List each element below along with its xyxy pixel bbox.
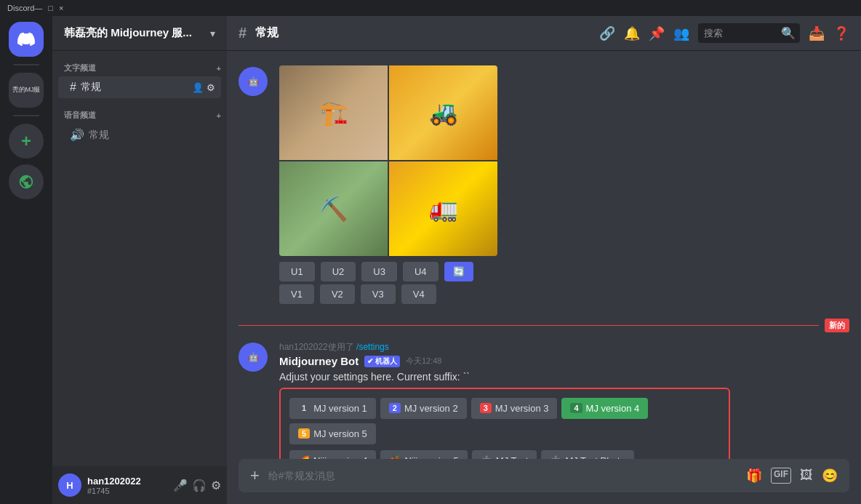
refresh-button[interactable]: 🔄 bbox=[444, 262, 473, 281]
mj-version-4-button[interactable]: 4 MJ version 4 bbox=[561, 398, 648, 419]
image-emoji-4: 🚛 bbox=[429, 195, 458, 223]
members-icon[interactable]: 👥 bbox=[673, 25, 689, 41]
mj-version-5-label: MJ version 5 bbox=[313, 428, 367, 439]
close-button[interactable]: × bbox=[59, 4, 63, 12]
mj-test-button[interactable]: 🤖 MJ Test bbox=[472, 450, 537, 459]
mj-version-2-button[interactable]: 2 MJ version 2 bbox=[380, 398, 467, 419]
channel-item-voice-general[interactable]: 🔊 常规 bbox=[58, 124, 221, 146]
user-avatar: H bbox=[58, 473, 81, 497]
message-input[interactable] bbox=[268, 470, 737, 481]
v1-button[interactable]: V1 bbox=[279, 284, 314, 304]
message-content-settings: han1202022使用了 /settings Midjourney Bot ✔… bbox=[279, 341, 849, 459]
server-icon-discord[interactable] bbox=[9, 22, 44, 57]
inbox-icon[interactable]: 📥 bbox=[809, 25, 825, 41]
emoji-icon[interactable]: 😊 bbox=[822, 468, 838, 484]
image-emoji-3: ⛏️ bbox=[319, 195, 348, 223]
search-icon: 🔍 bbox=[781, 26, 796, 40]
messages-area: 🤖 🏗️ 🚜 ⛏️ bbox=[227, 51, 861, 459]
channel-header-name: 常规 bbox=[255, 25, 279, 41]
category-text-channels[interactable]: 文字频道 + bbox=[52, 57, 227, 76]
hashtag-icon[interactable]: 🔗 bbox=[599, 25, 615, 41]
gift-icon[interactable]: 🎁 bbox=[746, 468, 762, 484]
mj-test-photo-button[interactable]: 🤖 MJ Test Photo bbox=[541, 450, 633, 459]
maximize-button[interactable]: □ bbox=[48, 4, 53, 12]
message-images: 🤖 🏗️ 🚜 ⛏️ bbox=[239, 63, 849, 310]
version-num-4: 4 bbox=[570, 403, 582, 413]
category-text-label: 文字频道 bbox=[64, 63, 96, 73]
image-quad-2: 🚜 bbox=[389, 65, 497, 160]
v2-button[interactable]: V2 bbox=[320, 284, 355, 304]
gif-icon[interactable]: GIF bbox=[771, 468, 791, 484]
server-icon-add[interactable]: + bbox=[9, 124, 44, 159]
new-message-divider: 新的 bbox=[239, 319, 849, 332]
settings-trigger: han1202022使用了 /settings bbox=[279, 341, 849, 353]
add-channel-icon[interactable]: + bbox=[217, 64, 221, 73]
search-input[interactable] bbox=[704, 28, 777, 39]
category-voice-actions: + bbox=[217, 111, 221, 120]
user-avatar-letter: H bbox=[66, 480, 73, 491]
mj-version-3-button[interactable]: 3 MJ version 3 bbox=[471, 398, 558, 419]
add-attachment-button[interactable]: + bbox=[250, 466, 260, 485]
mj-version-1-button[interactable]: 1 MJ version 1 bbox=[289, 398, 376, 419]
v4-button[interactable]: V4 bbox=[401, 284, 436, 304]
channel-header-hash: # bbox=[239, 25, 247, 41]
server-header[interactable]: 韩磊亮的 Midjourney 服... ▾ bbox=[52, 16, 227, 51]
new-divider-line bbox=[239, 325, 819, 326]
user-settings-icon[interactable]: ⚙ bbox=[211, 479, 221, 492]
speaker-icon: 🔊 bbox=[70, 128, 84, 142]
headphones-icon[interactable]: 🎧 bbox=[192, 479, 207, 492]
u1-button[interactable]: U1 bbox=[279, 262, 315, 281]
image-quad-4: 🚛 bbox=[389, 161, 497, 256]
user-area: H han1202022 #1745 🎤 🎧 ⚙ bbox=[52, 466, 227, 504]
server-icon-mj[interactable]: 秃的MJ服 bbox=[9, 73, 44, 108]
version-num-1: 1 bbox=[298, 403, 310, 413]
pin-icon[interactable]: 📌 bbox=[649, 25, 665, 41]
channel-name-text-general: 常规 bbox=[81, 81, 101, 94]
version-num-2: 2 bbox=[389, 403, 401, 413]
v3-button[interactable]: V3 bbox=[361, 284, 396, 304]
image-quad-1: 🏗️ bbox=[279, 65, 388, 160]
user-info: han1202022 #1745 bbox=[87, 476, 167, 495]
channel-item-actions: 👤 ⚙ bbox=[192, 82, 215, 93]
user-name: han1202022 bbox=[87, 476, 167, 487]
input-icons: 🎁 GIF 🖼 😊 bbox=[746, 468, 838, 484]
bot-author-name: Midjourney Bot bbox=[279, 355, 359, 367]
channel-list: 文字频道 + # 常规 👤 ⚙ 语音频道 + bbox=[52, 51, 227, 466]
help-icon[interactable]: ❓ bbox=[833, 25, 849, 41]
add-voice-icon[interactable]: + bbox=[217, 111, 221, 120]
search-bar[interactable]: 🔍 bbox=[698, 23, 800, 43]
mj-version-2-label: MJ version 2 bbox=[404, 403, 458, 414]
mj-version-3-label: MJ version 3 bbox=[495, 403, 549, 414]
u4-button[interactable]: U4 bbox=[403, 262, 438, 281]
channel-header: # 常规 🔗 🔔 📌 👥 🔍 📥 ❓ bbox=[227, 16, 861, 51]
invite-icon[interactable]: 👤 bbox=[192, 82, 204, 93]
mj-version-5-button[interactable]: 5 MJ version 5 bbox=[289, 423, 376, 444]
bot-avatar-settings: 🤖 bbox=[239, 343, 268, 372]
image-emoji-1: 🏗️ bbox=[319, 99, 348, 127]
bot-avatar-images: 🤖 bbox=[239, 67, 268, 96]
message-input-area: + 🎁 GIF 🖼 😊 bbox=[227, 459, 861, 504]
image-quad-3: ⛏️ bbox=[279, 161, 388, 256]
bell-icon[interactable]: 🔔 bbox=[624, 25, 640, 41]
channel-sidebar: 韩磊亮的 Midjourney 服... ▾ 文字频道 + # 常规 👤 ⚙ bbox=[52, 16, 227, 504]
app-layout: 秃的MJ服 + 韩磊亮的 Midjourney 服... ▾ 文字频道 + # … bbox=[0, 16, 861, 504]
minimize-button[interactable]: — bbox=[34, 4, 42, 12]
settings-panel: 1 MJ version 1 2 MJ version 2 3 MJ versi… bbox=[279, 388, 730, 459]
settings-icon[interactable]: ⚙ bbox=[207, 82, 215, 93]
message-settings: 🤖 han1202022使用了 /settings Midjourney Bot… bbox=[239, 338, 849, 459]
microphone-icon[interactable]: 🎤 bbox=[173, 479, 188, 492]
chevron-down-icon: ▾ bbox=[210, 28, 215, 39]
u2-button[interactable]: U2 bbox=[321, 262, 356, 281]
niji-version-4-button[interactable]: 🌈 Niji version 4 bbox=[289, 450, 376, 459]
category-voice-label: 语音频道 bbox=[64, 110, 96, 121]
category-text-actions: + bbox=[217, 64, 221, 73]
niji-version-5-button[interactable]: 🍎 Niji version 5 bbox=[380, 450, 467, 459]
mj-version-1-label: MJ version 1 bbox=[313, 403, 367, 414]
channel-item-text-general[interactable]: # 常规 👤 ⚙ bbox=[58, 76, 221, 98]
version-num-5: 5 bbox=[298, 428, 310, 439]
category-voice-channels[interactable]: 语音频道 + bbox=[52, 104, 227, 124]
new-badge: 新的 bbox=[825, 319, 849, 332]
u3-button[interactable]: U3 bbox=[361, 262, 397, 281]
sticker-icon[interactable]: 🖼 bbox=[800, 468, 813, 484]
server-icon-explore[interactable] bbox=[9, 164, 44, 199]
